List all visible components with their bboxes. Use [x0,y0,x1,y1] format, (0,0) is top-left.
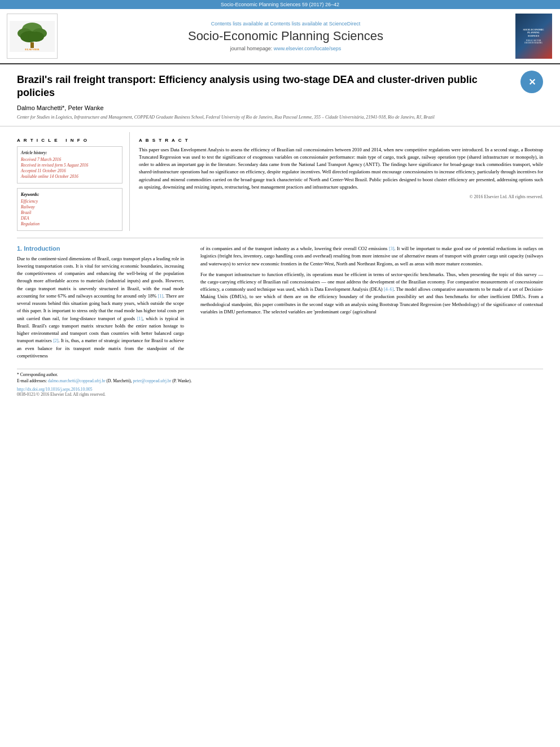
homepage-link[interactable]: journal homepage: www.elsevier.com/locat… [230,46,342,51]
elsevier-tree-icon: ELSEVIER [10,21,55,52]
journal-title: Socio-Economic Planning Sciences [188,29,383,43]
section-divider [17,238,543,238]
article-left-column: A R T I C L E I N F O Article history: R… [17,132,130,231]
keywords-box: Keywords: Efficiency Railway Brazil DEA … [17,188,123,231]
received-date: Received 7 March 2016 [21,157,119,162]
abstract-label: A B S T R A C T [139,138,543,143]
article-right-column: A B S T R A C T This paper uses Data Env… [130,132,543,231]
body-content: 1. Introduction Due to the continent-siz… [0,245,560,363]
svg-point-5 [28,32,44,42]
abstract-text: This paper uses Data Envelopment Analysi… [139,146,543,191]
article-history-label: Article history: [21,150,119,155]
article-history-box: Article history: Received 7 March 2016 R… [17,146,123,184]
issn-text: 0038-0121/© 2016 Elsevier Ltd. All right… [17,392,543,397]
svg-rect-6 [30,42,34,48]
doi-link[interactable]: http://dx.doi.org/10.1016/j.seps.2016.10… [17,387,543,392]
intro-right-text-2: For the transport infrastructure to func… [200,271,543,316]
journal-header-center: Contents lists available at Contents lis… [63,14,508,59]
article-info-abstract: A R T I C L E I N F O Article history: R… [0,132,560,231]
doi-section: http://dx.doi.org/10.1016/j.seps.2016.10… [0,384,560,397]
body-right-column: of its companies and of the transport in… [192,245,543,363]
email-footnote: E-mail addresses: dalmo.marchetti@coppea… [17,378,543,385]
article-title-section: ✕ Brazil's rail freight transport: Effic… [0,64,560,126]
journal-cover-image: SOCIO-ECONOMICPLANNINGSCIENCES PUBLIC SE… [515,14,552,59]
svg-text:ELSEVIER: ELSEVIER [25,48,40,51]
keywords-label: Keywords: [21,192,119,197]
footnote-section: * Corresponding author. E-mail addresses… [17,369,543,384]
article-title: Brazil's rail freight transport: Efficie… [17,73,543,100]
corresponding-author-note: * Corresponding author. [17,372,543,378]
accepted-date: Accepted 11 October 2016 [21,168,119,173]
available-date: Available online 14 October 2016 [21,174,119,179]
copyright-line: © 2016 Elsevier Ltd. All rights reserved… [139,194,543,199]
crossmark-badge: ✕ [520,71,543,93]
sciencedirect-link[interactable]: Contents lists available at Contents lis… [211,21,361,27]
journal-header: ELSEVIER Contents lists available at Con… [0,9,560,64]
elsevier-logo: ELSEVIER [7,14,58,59]
intro-heading: 1. Introduction [17,245,184,252]
intro-left-text: Due to the continent-sized dimensions of… [17,255,184,360]
keyword-efficiency: Efficiency [21,199,119,204]
keyword-dea: DEA [21,216,119,221]
article-authors: Dalmo Marchetti*, Peter Wanke [17,104,543,111]
journal-cover: SOCIO-ECONOMICPLANNINGSCIENCES PUBLIC SE… [514,14,553,59]
keyword-brazil: Brazil [21,210,119,215]
received-revised-date: Received in revised form 5 August 2016 [21,163,119,168]
keyword-railway: Railway [21,204,119,209]
journal-reference-bar: Socio-Economic Planning Sciences 59 (201… [0,0,560,9]
article-affiliation: Center for Studies in Logistics, Infrast… [17,114,543,120]
body-left-column: 1. Introduction Due to the continent-siz… [17,245,192,363]
journal-reference-text: Socio-Economic Planning Sciences 59 (201… [221,2,339,7]
keyword-regulation: Regulation [21,221,119,226]
intro-right-text-1: of its companies and of the transport in… [200,245,543,268]
article-info-label: A R T I C L E I N F O [17,138,123,143]
